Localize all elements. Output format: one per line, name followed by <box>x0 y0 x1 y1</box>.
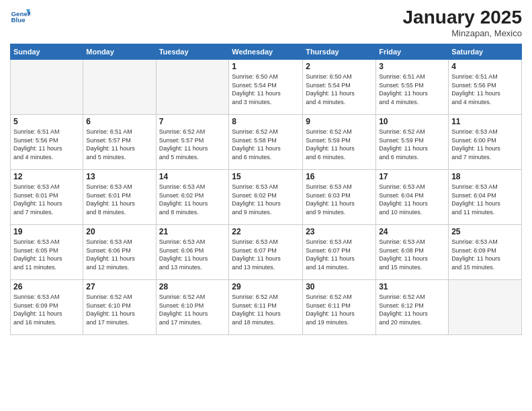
calendar-cell: 4Sunrise: 6:51 AM Sunset: 5:56 PM Daylig… <box>449 60 522 115</box>
calendar-container: General Blue January 2025 Minzapan, Mexi… <box>0 0 532 411</box>
calendar-cell: 20Sunrise: 6:53 AM Sunset: 6:06 PM Dayli… <box>83 225 156 280</box>
day-info: Sunrise: 6:53 AM Sunset: 6:00 PM Dayligh… <box>451 128 519 161</box>
day-info: Sunrise: 6:53 AM Sunset: 6:07 PM Dayligh… <box>232 238 300 271</box>
calendar-cell: 7Sunrise: 6:52 AM Sunset: 5:57 PM Daylig… <box>156 115 229 170</box>
week-row-5: 26Sunrise: 6:53 AM Sunset: 6:09 PM Dayli… <box>11 280 522 335</box>
day-info: Sunrise: 6:50 AM Sunset: 5:54 PM Dayligh… <box>306 73 373 106</box>
calendar-cell: 24Sunrise: 6:53 AM Sunset: 6:08 PM Dayli… <box>376 225 449 280</box>
day-header-wednesday: Wednesday <box>229 44 303 60</box>
header: General Blue January 2025 Minzapan, Mexi… <box>10 7 522 38</box>
day-info: Sunrise: 6:51 AM Sunset: 5:56 PM Dayligh… <box>451 73 519 106</box>
calendar-cell: 27Sunrise: 6:52 AM Sunset: 6:10 PM Dayli… <box>83 280 156 335</box>
calendar-cell: 21Sunrise: 6:53 AM Sunset: 6:06 PM Dayli… <box>156 225 229 280</box>
calendar-cell: 6Sunrise: 6:51 AM Sunset: 5:57 PM Daylig… <box>83 115 156 170</box>
day-number: 15 <box>232 172 300 181</box>
day-header-saturday: Saturday <box>449 44 522 60</box>
day-info: Sunrise: 6:53 AM Sunset: 6:04 PM Dayligh… <box>451 183 519 216</box>
calendar-cell: 13Sunrise: 6:53 AM Sunset: 6:01 PM Dayli… <box>83 170 156 225</box>
calendar-cell: 26Sunrise: 6:53 AM Sunset: 6:09 PM Dayli… <box>11 280 83 335</box>
title-block: January 2025 Minzapan, Mexico <box>403 7 522 38</box>
logo-icon: General Blue <box>10 7 30 27</box>
day-number: 2 <box>306 62 373 71</box>
calendar-table: SundayMondayTuesdayWednesdayThursdayFrid… <box>10 44 522 335</box>
calendar-cell: 30Sunrise: 6:52 AM Sunset: 6:11 PM Dayli… <box>303 280 376 335</box>
day-info: Sunrise: 6:52 AM Sunset: 5:57 PM Dayligh… <box>159 128 226 161</box>
calendar-cell: 8Sunrise: 6:52 AM Sunset: 5:58 PM Daylig… <box>229 115 303 170</box>
day-number: 20 <box>86 227 152 236</box>
day-info: Sunrise: 6:52 AM Sunset: 6:10 PM Dayligh… <box>86 293 152 326</box>
day-number: 30 <box>306 282 373 291</box>
day-info: Sunrise: 6:53 AM Sunset: 6:01 PM Dayligh… <box>86 183 152 216</box>
day-info: Sunrise: 6:53 AM Sunset: 6:04 PM Dayligh… <box>379 183 445 216</box>
logo: General Blue <box>10 7 30 27</box>
day-info: Sunrise: 6:53 AM Sunset: 6:07 PM Dayligh… <box>306 238 373 271</box>
day-header-tuesday: Tuesday <box>156 44 229 60</box>
svg-text:Blue: Blue <box>11 16 26 24</box>
day-number: 12 <box>13 172 80 181</box>
day-info: Sunrise: 6:51 AM Sunset: 5:57 PM Dayligh… <box>86 128 152 161</box>
calendar-cell: 22Sunrise: 6:53 AM Sunset: 6:07 PM Dayli… <box>229 225 303 280</box>
day-number: 13 <box>86 172 152 181</box>
day-info: Sunrise: 6:53 AM Sunset: 6:06 PM Dayligh… <box>86 238 152 271</box>
day-number: 29 <box>232 282 300 291</box>
calendar-cell: 10Sunrise: 6:52 AM Sunset: 5:59 PM Dayli… <box>376 115 449 170</box>
day-info: Sunrise: 6:52 AM Sunset: 6:11 PM Dayligh… <box>232 293 300 326</box>
week-row-4: 19Sunrise: 6:53 AM Sunset: 6:05 PM Dayli… <box>11 225 522 280</box>
day-info: Sunrise: 6:50 AM Sunset: 5:54 PM Dayligh… <box>232 73 300 106</box>
day-info: Sunrise: 6:53 AM Sunset: 6:08 PM Dayligh… <box>379 238 445 271</box>
calendar-cell: 16Sunrise: 6:53 AM Sunset: 6:03 PM Dayli… <box>303 170 376 225</box>
calendar-cell: 29Sunrise: 6:52 AM Sunset: 6:11 PM Dayli… <box>229 280 303 335</box>
day-number: 24 <box>379 227 445 236</box>
day-info: Sunrise: 6:53 AM Sunset: 6:05 PM Dayligh… <box>13 238 80 271</box>
day-header-thursday: Thursday <box>303 44 376 60</box>
week-row-2: 5Sunrise: 6:51 AM Sunset: 5:56 PM Daylig… <box>11 115 522 170</box>
week-row-1: 1Sunrise: 6:50 AM Sunset: 5:54 PM Daylig… <box>11 60 522 115</box>
day-info: Sunrise: 6:52 AM Sunset: 5:59 PM Dayligh… <box>306 128 373 161</box>
calendar-cell: 1Sunrise: 6:50 AM Sunset: 5:54 PM Daylig… <box>229 60 303 115</box>
calendar-cell: 9Sunrise: 6:52 AM Sunset: 5:59 PM Daylig… <box>303 115 376 170</box>
calendar-cell: 2Sunrise: 6:50 AM Sunset: 5:54 PM Daylig… <box>303 60 376 115</box>
day-info: Sunrise: 6:53 AM Sunset: 6:01 PM Dayligh… <box>13 183 80 216</box>
calendar-cell: 3Sunrise: 6:51 AM Sunset: 5:55 PM Daylig… <box>376 60 449 115</box>
days-header-row: SundayMondayTuesdayWednesdayThursdayFrid… <box>11 44 522 60</box>
day-number: 23 <box>306 227 373 236</box>
day-header-sunday: Sunday <box>11 44 83 60</box>
day-header-monday: Monday <box>83 44 156 60</box>
calendar-cell: 23Sunrise: 6:53 AM Sunset: 6:07 PM Dayli… <box>303 225 376 280</box>
day-info: Sunrise: 6:53 AM Sunset: 6:02 PM Dayligh… <box>159 183 226 216</box>
day-number: 18 <box>451 172 519 181</box>
calendar-cell: 18Sunrise: 6:53 AM Sunset: 6:04 PM Dayli… <box>449 170 522 225</box>
calendar-cell <box>11 60 83 115</box>
day-number: 26 <box>13 282 80 291</box>
day-info: Sunrise: 6:52 AM Sunset: 5:59 PM Dayligh… <box>379 128 445 161</box>
day-number: 16 <box>306 172 373 181</box>
calendar-cell: 25Sunrise: 6:53 AM Sunset: 6:09 PM Dayli… <box>449 225 522 280</box>
day-number: 17 <box>379 172 445 181</box>
day-info: Sunrise: 6:53 AM Sunset: 6:09 PM Dayligh… <box>451 238 519 271</box>
calendar-cell <box>449 280 522 335</box>
day-number: 3 <box>379 62 445 71</box>
day-number: 19 <box>13 227 80 236</box>
day-number: 9 <box>306 117 373 126</box>
day-info: Sunrise: 6:52 AM Sunset: 6:10 PM Dayligh… <box>159 293 226 326</box>
day-number: 21 <box>159 227 226 236</box>
day-info: Sunrise: 6:53 AM Sunset: 6:09 PM Dayligh… <box>13 293 80 326</box>
location-subtitle: Minzapan, Mexico <box>403 28 522 38</box>
day-number: 28 <box>159 282 226 291</box>
day-info: Sunrise: 6:51 AM Sunset: 5:55 PM Dayligh… <box>379 73 445 106</box>
week-row-3: 12Sunrise: 6:53 AM Sunset: 6:01 PM Dayli… <box>11 170 522 225</box>
calendar-cell: 28Sunrise: 6:52 AM Sunset: 6:10 PM Dayli… <box>156 280 229 335</box>
day-number: 6 <box>86 117 152 126</box>
day-number: 7 <box>159 117 226 126</box>
day-number: 22 <box>232 227 300 236</box>
day-info: Sunrise: 6:52 AM Sunset: 6:12 PM Dayligh… <box>379 293 445 326</box>
day-number: 27 <box>86 282 152 291</box>
day-number: 10 <box>379 117 445 126</box>
day-info: Sunrise: 6:51 AM Sunset: 5:56 PM Dayligh… <box>13 128 80 161</box>
day-number: 1 <box>232 62 300 71</box>
day-number: 31 <box>379 282 445 291</box>
day-number: 14 <box>159 172 226 181</box>
calendar-cell: 19Sunrise: 6:53 AM Sunset: 6:05 PM Dayli… <box>11 225 83 280</box>
calendar-cell: 14Sunrise: 6:53 AM Sunset: 6:02 PM Dayli… <box>156 170 229 225</box>
day-info: Sunrise: 6:53 AM Sunset: 6:02 PM Dayligh… <box>232 183 300 216</box>
